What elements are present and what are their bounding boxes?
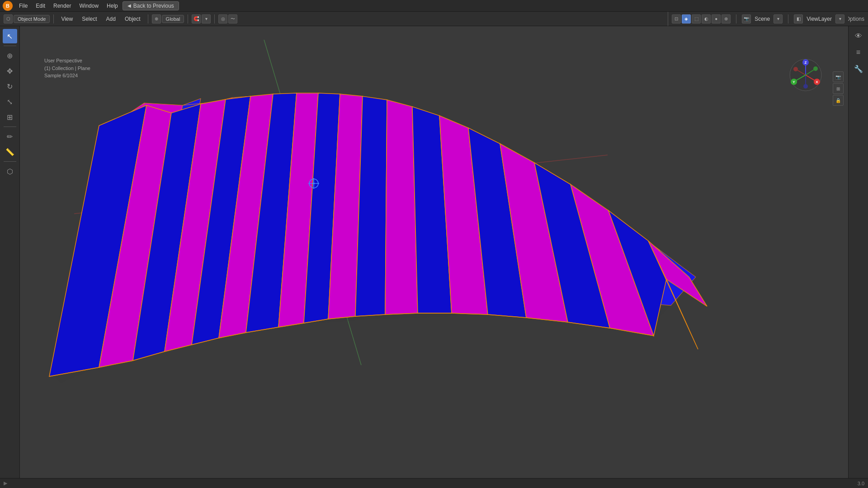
menu-render[interactable]: Render [50, 2, 75, 10]
view-grid-button[interactable]: ⊞ [833, 83, 844, 94]
proportional-dropdown[interactable]: 〜 [228, 14, 237, 23]
render-mode-icon[interactable]: ◈ [682, 14, 691, 23]
viewport[interactable]: User Perspective (1) Collection | Plane … [20, 26, 848, 478]
viewport-shading-material[interactable]: ● [712, 14, 721, 23]
scene-name: Scene [755, 16, 770, 22]
view-layer-expand-icon[interactable]: ▾ [835, 14, 844, 23]
viewport-info: User Perspective (1) Collection | Plane … [44, 57, 90, 80]
rotate-tool[interactable]: ↻ [3, 79, 17, 94]
measure-tool[interactable]: 📏 [3, 145, 17, 159]
viewport-shading-wire[interactable]: ⬚ [692, 14, 701, 23]
menu-file[interactable]: File [15, 2, 31, 10]
cursor-tool[interactable]: ⊕ [3, 48, 17, 63]
annotate-tool[interactable]: ✏ [3, 129, 17, 144]
viewport-controls: 📷 ⊞ 🔒 [833, 31, 844, 106]
transform-tool[interactable]: ⊞ [3, 110, 17, 124]
app-logo: B [3, 1, 13, 11]
svg-text:Z: Z [805, 61, 807, 65]
tool-separator-3 [4, 161, 16, 162]
transform-global-dropdown[interactable]: Global [162, 15, 184, 23]
navigation-gizmo[interactable]: Z X Y [788, 57, 824, 93]
viewport-tool-buttons: 📷 ⊞ 🔒 [833, 71, 844, 106]
top-menubar: B File Edit Render Window Help ◀ Back to… [0, 0, 868, 12]
scene-separator-2 [788, 14, 788, 23]
render-engine-icon[interactable]: ⊡ [672, 14, 681, 23]
mode-selector-group: ⬡ Object Mode [4, 14, 50, 23]
scene-camera-icon: 📷 [742, 14, 751, 23]
scene-expand-icon[interactable]: ▾ [774, 14, 783, 23]
back-to-previous-label: Back to Previous [133, 3, 174, 9]
back-arrow-icon: ◀ [127, 3, 131, 8]
view-menu[interactable]: View [57, 15, 76, 23]
collection-label: (1) Collection | Plane [44, 65, 90, 72]
proportional-group: ◎ 〜 [218, 14, 237, 23]
separator-1 [53, 14, 54, 23]
status-version: 3.0 [858, 481, 864, 486]
options-button[interactable]: Options [846, 16, 864, 22]
select-tool[interactable]: ↖ [3, 29, 17, 43]
transform-group: ⊕ Global [152, 14, 184, 23]
scale-tool[interactable]: ⤡ [3, 94, 17, 109]
svg-text:X: X [816, 80, 818, 84]
mode-icon: ⬡ [4, 14, 13, 23]
scene-info-bar: ⊡ ◈ ⬚ ◐ ● ⊕ 📷 Scene ▾ ◧ ViewLayer ▾ [668, 12, 848, 26]
proportional-icon[interactable]: ◎ [218, 14, 227, 23]
view-layer-icon: ◧ [794, 14, 803, 23]
sidebar-view-toggle[interactable]: 👁 [851, 29, 866, 43]
tool-separator-1 [4, 46, 16, 46]
separator-3 [188, 14, 188, 23]
menu-help[interactable]: Help [103, 2, 122, 10]
snap-icon[interactable]: 🧲 [192, 14, 201, 23]
svg-point-63 [793, 67, 798, 71]
separator-2 [148, 14, 148, 23]
snap-group: 🧲 ▾ [192, 14, 211, 23]
view-layer-name: ViewLayer [807, 16, 832, 22]
render-icons: ⊡ ◈ ⬚ ◐ ● ⊕ [672, 14, 731, 23]
viewport-shading-render[interactable]: ⊕ [722, 14, 731, 23]
svg-text:Y: Y [793, 80, 795, 84]
object-menu[interactable]: Object [121, 15, 144, 23]
tool-separator-2 [4, 127, 16, 127]
left-sidebar: ↖ ⊕ ✥ ↻ ⤡ ⊞ ✏ 📏 ⬡ [0, 26, 20, 478]
menu-window[interactable]: Window [75, 2, 102, 10]
scene-canvas [20, 26, 848, 478]
move-tool[interactable]: ✥ [3, 64, 17, 78]
add-menu[interactable]: Add [103, 15, 119, 23]
select-menu[interactable]: Select [78, 15, 100, 23]
separator-4 [214, 14, 215, 23]
status-icon-1: ▶ [4, 480, 7, 486]
menu-edit[interactable]: Edit [32, 2, 49, 10]
add-object-tool[interactable]: ⬡ [3, 164, 17, 178]
sidebar-properties[interactable]: ≡ [851, 45, 866, 60]
view-camera-button[interactable]: 📷 [833, 71, 844, 82]
right-sidebar: 👁 ≡ 🔧 [848, 26, 868, 478]
snap-dropdown[interactable]: ▾ [202, 14, 211, 23]
viewport-shading-solid[interactable]: ◐ [702, 14, 711, 23]
view-lock-button[interactable]: 🔒 [833, 95, 844, 106]
sample-label: Sample 6/1024 [44, 72, 90, 80]
svg-point-58 [803, 84, 808, 89]
perspective-label: User Perspective [44, 57, 90, 65]
svg-point-52 [313, 183, 315, 184]
status-bar: ▶ 3.0 [0, 478, 868, 488]
back-to-previous-button[interactable]: ◀ Back to Previous [123, 1, 179, 10]
sidebar-tool-settings[interactable]: 🔧 [851, 61, 866, 76]
svg-point-68 [813, 66, 818, 71]
transform-icon: ⊕ [152, 14, 161, 23]
object-mode-dropdown[interactable]: Object Mode [14, 15, 50, 23]
scene-separator [736, 14, 736, 23]
